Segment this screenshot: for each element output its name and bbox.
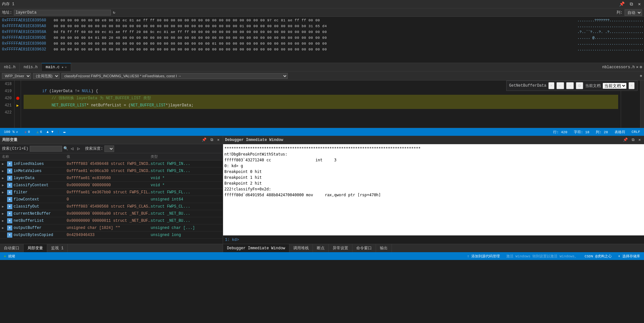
col-select[interactable]: 自动 xyxy=(625,9,642,16)
select-repo-btn[interactable]: ⬇ 选择存储库 xyxy=(616,254,642,259)
debugger-pin-btn[interactable]: 📌 xyxy=(622,137,629,143)
tab-main[interactable]: main.c ● ✕ xyxy=(42,63,71,71)
tab-auto-window[interactable]: 自动窗口 xyxy=(0,244,24,252)
locals-pin-btn[interactable]: 📌 xyxy=(200,137,208,143)
memory-row: 0xFFFFFAE81EC83956000 00 00 00 00 00 00 … xyxy=(0,17,644,23)
char-item[interactable]: 字符: 18 xyxy=(572,130,591,135)
expand-icon[interactable]: ▶ xyxy=(2,169,6,173)
debugger-float-btn[interactable]: ⧉ xyxy=(630,137,636,143)
expand-icon[interactable]: ▶ xyxy=(2,219,6,223)
find-scope-select[interactable]: 当前文档 xyxy=(603,83,627,89)
find-close-btn[interactable]: × xyxy=(628,82,635,89)
code-line-422 xyxy=(24,109,618,116)
var-value: 0x00000000`00000011 struct _NET_BUFFER_L… xyxy=(67,219,151,223)
csdn-label[interactable]: CSDN @虎构之心 xyxy=(583,254,614,259)
locals-search-input[interactable] xyxy=(30,146,62,152)
col-item[interactable]: 列: 28 xyxy=(594,130,610,135)
var-type: struct FWPS_IN... xyxy=(151,162,221,166)
debugger-close-btn[interactable]: ✕ xyxy=(637,137,642,143)
locals-row[interactable]: ▶ ♦ inMetaValues 0xfffae81`ec06ca30 stru… xyxy=(0,167,223,175)
var-type: struct FWPS_FL... xyxy=(151,190,221,195)
var-name: ▶ ♦ classifyOut xyxy=(2,204,67,209)
search-next-btn[interactable]: ▷ xyxy=(76,146,81,151)
tab-nblAccessors-close[interactable]: ✕ xyxy=(636,65,639,70)
find-nav-next-btn[interactable]: → xyxy=(566,82,574,89)
tab-command-window[interactable]: 命令窗口 xyxy=(352,244,376,252)
address-input[interactable] xyxy=(14,10,111,16)
code-line-420: // 强制转换 layerData 为 NET_BUFFER_LIST 类型 xyxy=(24,95,618,102)
editor-scrollbar[interactable] xyxy=(640,81,644,128)
tab-watch1[interactable]: 监视 1 xyxy=(47,244,68,252)
tab-output[interactable]: 输出 xyxy=(376,244,392,252)
code-area: WFP_Driver (全局范围) classifyFn(const FWPS_… xyxy=(0,71,644,128)
expand-icon[interactable]: ▶ xyxy=(2,212,6,216)
warning-item[interactable]: ⚠ 6 xyxy=(35,130,44,134)
project-select[interactable]: WFP_Driver xyxy=(2,73,31,79)
expand-icon[interactable]: ▶ xyxy=(2,183,6,187)
format-item[interactable]: 表格符 xyxy=(613,130,627,135)
expand-icon[interactable] xyxy=(2,233,6,237)
search-prev-btn[interactable]: ◁ xyxy=(70,146,75,151)
locals-close-btn[interactable]: ✕ xyxy=(216,137,221,143)
refresh-btn[interactable]: ↻ xyxy=(113,10,115,15)
debugger-input[interactable] xyxy=(240,238,642,242)
locals-row[interactable]: ♦ flowContext 0 unsigned int64 xyxy=(0,196,223,203)
find-more-btn[interactable]: ⚙ xyxy=(576,82,583,89)
debugger-line: 222!classifyFn+0x2d: xyxy=(224,186,643,192)
function-select[interactable]: classifyFn(const FWPS_INCOMING_VALUES0 *… xyxy=(61,73,288,79)
nav-up[interactable]: ▲ xyxy=(47,130,49,134)
line-item[interactable]: 行: 420 xyxy=(551,130,569,135)
locals-float-btn[interactable]: ⧉ xyxy=(209,137,215,143)
locals-row[interactable]: ▶ ♦ filter 0xffffae81`ee367bb0 struct FW… xyxy=(0,189,223,196)
mem-bytes: 00 00 00 00 00 00 00 00 00 00 00 00 00 0… xyxy=(54,23,577,29)
ready-status[interactable]: ● 就绪 xyxy=(2,254,17,259)
windows-activation[interactable]: 激活 Windows 转到设置以激活 Windows。 xyxy=(504,254,580,259)
var-icon: ♦ xyxy=(7,183,12,188)
format-label: 表格符 xyxy=(615,130,625,135)
error-item[interactable]: ✕ 0 xyxy=(23,130,32,134)
mem-chars: .?..``?...?. .?................ xyxy=(577,29,642,35)
expand-icon[interactable]: ▶ xyxy=(2,226,6,230)
tab-locals[interactable]: 局部变量 xyxy=(24,244,47,252)
add-source-btn[interactable]: ↑ 添加到源代码管理 xyxy=(465,254,502,259)
expand-icon[interactable]: ▶ xyxy=(2,162,6,166)
find-nav-prev-btn[interactable]: ← xyxy=(556,82,564,89)
eol-item[interactable]: CRLF xyxy=(630,130,642,134)
tab-debugger-immediate[interactable]: Debugger Immediate Window xyxy=(223,244,289,252)
warning-count: 6 xyxy=(40,130,42,134)
depth-select[interactable] xyxy=(104,145,114,152)
locals-row[interactable]: ▶ ♦ netBufferList 0x00000000`00000011 st… xyxy=(0,217,223,224)
expand-icon[interactable] xyxy=(2,198,6,201)
memory-float-btn[interactable]: ⧉ xyxy=(628,1,634,7)
tab-ndis[interactable]: ndis.h xyxy=(20,63,42,71)
tab-nbl[interactable]: nbl.h xyxy=(0,63,20,71)
memory-pin-btn[interactable]: 📌 xyxy=(618,1,626,7)
find-prev-btn[interactable]: × xyxy=(548,82,554,89)
expand-icon[interactable]: ▶ xyxy=(2,190,6,194)
var-icon: ♦ xyxy=(7,197,12,202)
locals-row[interactable]: ▶ ♦ classifyContext 0x00000000`00000000 … xyxy=(0,182,223,189)
locals-row[interactable]: ♦ outputBytesCopied 0n4294946433 unsigne… xyxy=(0,231,223,239)
var-icon: ♦ xyxy=(7,161,12,167)
locals-row[interactable]: ▶ ♦ classifyOut 0xffff803`45490568 struc… xyxy=(0,203,223,210)
tab-call-stack[interactable]: 调用堆栈 xyxy=(289,244,313,252)
nav-down[interactable]: ▼ xyxy=(51,130,54,134)
locals-row[interactable]: ▶ ♦ currentNetBuffer 0x00000000`00008a00… xyxy=(0,210,223,217)
var-value: 0n4294946433 xyxy=(67,233,151,237)
locals-row[interactable]: ▶ ♦ outputBuffer unsigned char [1024] ""… xyxy=(0,224,223,231)
tab-settings-btn[interactable]: ⚙ xyxy=(640,65,642,70)
scope-select[interactable]: (全局范围) xyxy=(33,73,59,79)
expand-icon[interactable]: ▶ xyxy=(2,176,6,180)
locals-row[interactable]: ▶ ♦ layerData 0xffffae81`ec839560 void * xyxy=(0,175,223,182)
var-type: void * xyxy=(151,183,221,188)
memory-close-btn[interactable]: ✕ xyxy=(637,1,642,7)
tab-exception-settings[interactable]: 异常设置 xyxy=(329,244,352,252)
tab-main-close[interactable]: ✕ xyxy=(65,65,67,69)
tab-breakpoints[interactable]: 断点 xyxy=(313,244,329,252)
var-name: ▶ ♦ currentNetBuffer xyxy=(2,211,67,216)
locals-row[interactable]: ▶ ♦ inFixedValues 0xffff803`45490448 str… xyxy=(0,160,223,167)
locals-header: 名称 值 类型 xyxy=(0,153,223,160)
zoom-item[interactable]: 100 % ⌕ xyxy=(2,130,20,134)
expand-icon[interactable]: ▶ xyxy=(2,205,6,209)
mem-addr: 0xFFFFFAE81EC839608 xyxy=(2,41,54,47)
